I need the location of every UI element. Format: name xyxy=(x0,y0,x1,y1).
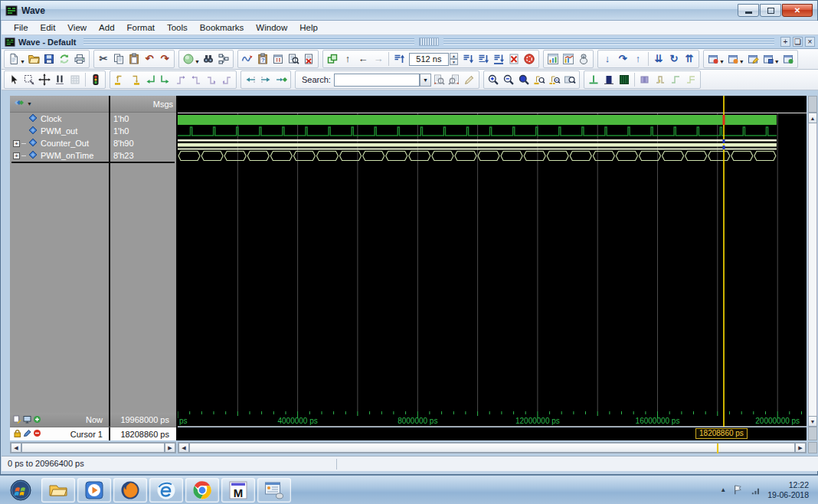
forward-icon[interactable]: → xyxy=(371,51,386,67)
cursor1-row[interactable]: Cursor 1 18208860 ps xyxy=(10,427,176,440)
column-divider[interactable] xyxy=(109,96,110,440)
chevron-down-icon[interactable]: ▼ xyxy=(27,101,32,106)
restart-icon[interactable] xyxy=(391,51,407,67)
menu-item-edit[interactable]: Edit xyxy=(34,21,62,34)
scroll-down-button[interactable]: ▼ xyxy=(808,416,817,427)
remove-cursor-icon[interactable] xyxy=(33,429,41,439)
zoom-full-icon[interactable] xyxy=(516,72,532,87)
new-window-icon[interactable] xyxy=(780,51,796,67)
virtual-mode-icon[interactable] xyxy=(67,72,83,87)
examine-tooltip-icon[interactable]: ? xyxy=(255,51,270,67)
ie-taskbar-icon[interactable] xyxy=(149,478,183,502)
full-height-icon[interactable] xyxy=(586,72,601,87)
dock-pane-icon[interactable]: + xyxy=(780,37,790,47)
edge-style-1-icon[interactable] xyxy=(653,72,668,87)
clear-log-icon[interactable] xyxy=(301,51,316,67)
copy-icon[interactable] xyxy=(111,51,126,67)
up-context-icon[interactable]: ↑ xyxy=(340,51,355,67)
update-orb-icon[interactable] xyxy=(181,51,196,67)
refresh-wave-icon[interactable]: ↷ xyxy=(615,51,630,67)
edit-mode-icon[interactable] xyxy=(52,72,67,87)
edge-style-3-icon[interactable] xyxy=(683,72,699,87)
railed-display-icon[interactable] xyxy=(637,72,653,87)
minimize-button[interactable] xyxy=(738,4,759,17)
edit-cursors-icon[interactable] xyxy=(13,415,21,425)
scroll-left-button[interactable]: ◀ xyxy=(178,443,189,453)
scrollbar-thumb[interactable] xyxy=(189,443,795,453)
edge-style-2-icon[interactable] xyxy=(668,72,683,87)
undo-icon[interactable]: ↶ xyxy=(142,51,157,67)
next-diff-icon[interactable] xyxy=(258,72,273,87)
spinner-up-icon[interactable]: ▲ xyxy=(450,53,458,59)
stop-icon[interactable] xyxy=(522,51,537,67)
run-length-field[interactable] xyxy=(409,53,449,66)
next-falling-edge-icon[interactable] xyxy=(188,72,204,87)
goto-next-marker-icon[interactable]: ⇈ xyxy=(682,51,697,67)
search-reverse-icon[interactable] xyxy=(431,72,447,87)
prev-falling-edge-icon[interactable] xyxy=(173,72,188,87)
save-icon[interactable] xyxy=(41,51,57,67)
menu-item-window[interactable]: Window xyxy=(250,21,293,34)
edit-cursor-icon[interactable] xyxy=(23,429,31,439)
search-log-icon[interactable] xyxy=(286,51,301,67)
add-cursor-plus-icon[interactable] xyxy=(33,415,41,425)
undock-pane-icon[interactable]: ❏ xyxy=(793,37,803,47)
event-height-icon[interactable] xyxy=(601,72,617,87)
spinner-down-icon[interactable]: ▼ xyxy=(450,59,458,65)
prev-rising-edge-icon[interactable] xyxy=(204,72,219,87)
global-height-icon[interactable] xyxy=(617,72,632,87)
monitor-icon[interactable] xyxy=(23,415,31,425)
goto-prev-marker-icon[interactable]: ⇊ xyxy=(651,51,666,67)
simulator-taskbar-icon[interactable] xyxy=(257,478,291,502)
signal-row-counter_out[interactable]: +Counter_Out xyxy=(10,137,109,149)
reload-markers-icon[interactable]: ↻ xyxy=(666,51,682,67)
redo-icon[interactable]: ↷ xyxy=(157,51,172,67)
paste-icon[interactable] xyxy=(126,51,142,67)
chrome-taskbar-icon[interactable] xyxy=(185,478,219,502)
signal-values-panel[interactable]: Msgs 1'h01'h08'h908'h23 xyxy=(110,96,176,413)
search-dropdown-icon[interactable]: ▼ xyxy=(420,74,431,87)
menu-item-view[interactable]: View xyxy=(61,21,93,34)
zoom-cursor-icon[interactable] xyxy=(532,72,547,87)
select-mode-icon[interactable] xyxy=(6,72,21,87)
expand-icon[interactable]: + xyxy=(13,140,20,147)
add-cursor-icon[interactable] xyxy=(112,72,127,87)
zoom-range-icon[interactable] xyxy=(547,72,562,87)
open-file-icon[interactable] xyxy=(26,51,41,67)
delete-cursor-icon[interactable] xyxy=(127,72,142,87)
signal-names-header[interactable]: ▼ xyxy=(10,96,109,113)
scroll-right-button[interactable]: ▶ xyxy=(165,443,175,453)
scroll-up-button[interactable]: ▲ xyxy=(808,113,817,123)
scroll-left-button[interactable]: ◀ xyxy=(11,443,21,453)
rerun-sim-icon[interactable] xyxy=(240,51,255,67)
pane-drag-grip[interactable] xyxy=(419,38,439,46)
signal-names-panel[interactable]: ▼ ClockPWM_out+Counter_Out+PWM_onTime xyxy=(10,96,109,413)
start-button[interactable] xyxy=(3,477,38,503)
add-window-pane-icon[interactable] xyxy=(705,51,721,67)
menu-item-help[interactable]: Help xyxy=(293,21,324,34)
profile-report-icon[interactable] xyxy=(545,51,561,67)
next-transition-icon[interactable] xyxy=(158,72,173,87)
tray-expand-icon[interactable]: ▲ xyxy=(720,486,726,493)
memory-report-icon[interactable] xyxy=(561,51,576,67)
follow-context-icon[interactable] xyxy=(325,51,340,67)
firefox-taskbar-icon[interactable] xyxy=(113,478,147,502)
search-forward-icon[interactable] xyxy=(447,72,462,87)
scrollbar-track[interactable] xyxy=(808,123,817,416)
close-button[interactable]: ✕ xyxy=(782,4,813,17)
explorer-taskbar-icon[interactable] xyxy=(41,478,75,502)
network-icon[interactable] xyxy=(750,484,761,496)
tray-clock[interactable]: 12:22 19-06-2018 xyxy=(767,480,809,500)
menu-item-tools[interactable]: Tools xyxy=(161,21,194,34)
menu-item-format[interactable]: Format xyxy=(121,21,161,34)
remove-window-pane-icon[interactable] xyxy=(725,51,741,67)
run-icon[interactable] xyxy=(460,51,476,67)
maximize-button[interactable] xyxy=(760,4,781,17)
menu-item-file[interactable]: File xyxy=(8,21,34,34)
pane-header[interactable]: Wave - Default + ❏ × xyxy=(2,35,818,49)
timeline-ruler[interactable]: ps4000000 ps8000000 ps12000000 ps1600000… xyxy=(178,411,807,427)
menu-item-bookmarks[interactable]: Bookmarks xyxy=(194,21,250,34)
action-center-flag-icon[interactable] xyxy=(732,484,744,496)
scrollbar-thumb[interactable] xyxy=(21,443,165,453)
names-hscrollbar[interactable]: ◀ ▶ xyxy=(10,442,176,453)
